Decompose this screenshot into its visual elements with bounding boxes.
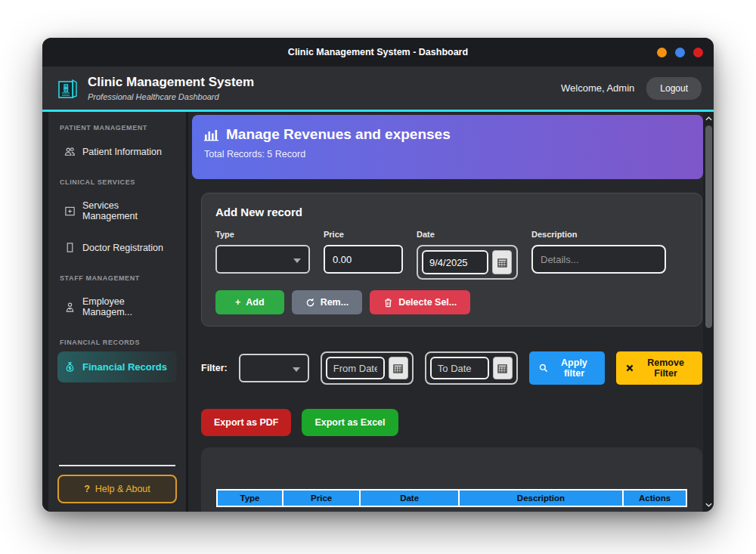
hospital-logo-icon <box>56 77 79 100</box>
description-field-group: Description <box>531 230 666 274</box>
sidebar-item-label: Doctor Registration <box>82 243 163 253</box>
bar-chart-icon <box>204 128 219 141</box>
page-banner: Manage Revenues and expenses Total Recor… <box>192 115 703 179</box>
records-table-card: Type Price Date Description Actions <box>201 447 702 512</box>
sidebar-item-patient-information[interactable]: Patient Information <box>57 137 177 166</box>
type-select[interactable] <box>215 245 310 274</box>
titlebar: Clinic Management System - Dashboard <box>42 38 714 67</box>
scrollbar-thumb[interactable] <box>705 125 712 328</box>
window-controls <box>657 38 703 67</box>
calendar-button[interactable] <box>493 357 513 379</box>
column-header-actions[interactable]: Actions <box>623 490 686 506</box>
help-about-label: Help & About <box>95 484 150 494</box>
price-label: Price <box>324 230 403 239</box>
add-record-title: Add New record <box>215 206 688 218</box>
remove-filter-button[interactable]: Remove Filter <box>616 351 702 385</box>
sidebar: PATIENT MANAGEMENT Patient Information C… <box>42 112 188 512</box>
money-icon <box>64 361 76 373</box>
apply-filter-button[interactable]: Apply filter <box>529 351 605 385</box>
vertical-scrollbar[interactable] <box>703 112 714 512</box>
sidebar-item-label: Employee Managem... <box>82 296 170 317</box>
section-clinical-services: CLINICAL SERVICES <box>60 178 175 186</box>
window-title: Clinic Management System - Dashboard <box>288 47 468 57</box>
patients-icon <box>64 146 76 157</box>
section-financial-records: FINANCIAL RECORDS <box>60 339 175 346</box>
calendar-button[interactable] <box>492 250 512 274</box>
plus-icon: + <box>235 297 240 308</box>
minimize-button[interactable] <box>657 48 667 57</box>
scroll-down-arrow[interactable] <box>704 500 713 509</box>
app-subtitle: Professional Healthcare Dashboard <box>88 92 254 101</box>
sidebar-item-financial-records[interactable]: Financial Records <box>57 351 177 382</box>
search-icon <box>539 364 548 373</box>
section-patient-management: PATIENT MANAGEMENT <box>60 124 175 132</box>
table-header-row: Type Price Date Description Actions <box>217 490 686 506</box>
column-header-description[interactable]: Description <box>459 490 623 506</box>
column-header-date[interactable]: Date <box>360 490 458 506</box>
export-excel-button[interactable]: Export as Excel <box>302 409 398 436</box>
app-identity: Clinic Management System Professional He… <box>88 75 254 101</box>
refresh-icon <box>305 298 315 308</box>
to-date-picker <box>425 351 518 385</box>
sidebar-item-label: Services Management <box>82 200 170 221</box>
app-header: Clinic Management System Professional He… <box>42 67 714 110</box>
type-field-group: Type <box>215 230 310 274</box>
sidebar-item-label: Patient Information <box>82 147 162 157</box>
hospital-icon <box>64 206 76 217</box>
sidebar-item-employee-management[interactable]: Employee Managem... <box>57 287 177 327</box>
total-records-text: Total Records: 5 Record <box>204 149 691 159</box>
question-icon: ? <box>84 484 90 494</box>
chevron-down-icon <box>293 367 300 372</box>
maximize-button[interactable] <box>675 48 685 57</box>
sidebar-item-label: Financial Records <box>82 361 167 373</box>
app-window: Clinic Management System - Dashboard Cli… <box>42 38 714 512</box>
column-header-price[interactable]: Price <box>283 490 360 506</box>
column-header-type[interactable]: Type <box>217 490 283 506</box>
x-icon <box>626 364 634 372</box>
from-date-input[interactable] <box>326 357 385 379</box>
remove-button[interactable]: Rem... <box>292 290 363 314</box>
delete-selected-button[interactable]: Delecte Sel... <box>370 290 470 314</box>
date-picker <box>417 245 518 280</box>
description-label: Description <box>531 230 666 239</box>
price-field-group: Price <box>324 230 403 274</box>
calendar-icon <box>393 364 403 373</box>
page-title: Manage Revenues and expenses <box>226 126 451 143</box>
calendar-icon <box>497 258 507 268</box>
scroll-up-arrow[interactable] <box>704 114 713 123</box>
date-field-group: Date <box>417 230 518 280</box>
add-record-card: Add New record Type Price Date <box>201 193 702 327</box>
price-input[interactable] <box>324 245 403 274</box>
section-staff-management: STAFF MANAGEMENT <box>60 274 175 282</box>
export-bar: Export as PDF Export as Excel <box>201 409 703 436</box>
sidebar-divider <box>59 465 175 466</box>
doctor-icon <box>64 242 76 253</box>
from-date-picker <box>321 351 414 385</box>
sidebar-item-doctor-registration[interactable]: Doctor Registration <box>57 233 177 262</box>
calendar-icon <box>497 364 507 373</box>
trash-icon <box>383 298 393 308</box>
filter-type-select[interactable] <box>239 354 309 382</box>
logout-button[interactable]: Logout <box>646 77 702 100</box>
sidebar-item-services-management[interactable]: Services Management <box>57 191 177 231</box>
export-pdf-button[interactable]: Export as PDF <box>201 409 291 436</box>
to-date-input[interactable] <box>430 357 489 379</box>
type-label: Type <box>215 230 310 239</box>
main-content: Manage Revenues and expenses Total Recor… <box>188 112 703 512</box>
records-table: Type Price Date Description Actions <box>216 489 687 507</box>
close-button[interactable] <box>693 48 703 57</box>
employee-icon <box>64 302 76 313</box>
chevron-down-icon <box>293 258 301 263</box>
filter-bar: Filter: <box>201 351 702 385</box>
filter-label: Filter: <box>201 363 228 373</box>
calendar-button[interactable] <box>389 357 408 379</box>
welcome-text: Welcome, Admin <box>561 82 634 94</box>
help-about-button[interactable]: ? Help & About <box>57 475 177 503</box>
add-button[interactable]: + Add <box>215 290 284 314</box>
date-label: Date <box>417 230 518 239</box>
app-title: Clinic Management System <box>88 75 254 90</box>
date-input[interactable] <box>422 250 488 274</box>
description-input[interactable] <box>531 245 666 274</box>
